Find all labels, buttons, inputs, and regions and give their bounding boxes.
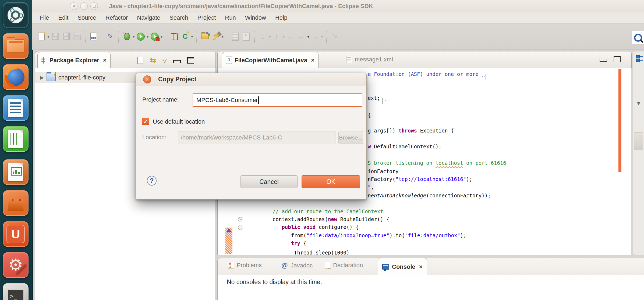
menu-item-refactor[interactable]: Refactor	[101, 13, 132, 22]
close-tab-icon[interactable]: ×	[311, 57, 314, 64]
menu-item-navigate[interactable]: Navigate	[132, 13, 165, 22]
save-all-icon[interactable]	[62, 32, 71, 41]
menu-item-search[interactable]: Search	[165, 13, 193, 22]
tab-filecopierwithcamel-java[interactable]: FileCopierWithCamel.java ×	[222, 52, 319, 68]
debug-dropdown-icon[interactable]: ▾	[133, 34, 135, 39]
menu-item-help[interactable]: Help	[271, 13, 292, 22]
tree-item-project[interactable]: ▶ chapter1-file-copy	[40, 74, 105, 81]
previous-annotation-icon[interactable]: ↑	[272, 32, 281, 41]
files-icon[interactable]	[3, 33, 29, 59]
java-file-icon	[226, 57, 232, 64]
forward-icon[interactable]: →	[311, 32, 320, 41]
debug-icon[interactable]: ✦	[122, 32, 132, 41]
libreoffice-impress-icon[interactable]	[3, 159, 29, 185]
close-view-icon[interactable]: ×	[103, 57, 107, 64]
java-search-dropdown-icon[interactable]: ▾	[222, 34, 224, 39]
new-wizard-dropdown-icon[interactable]: ▾	[47, 34, 49, 39]
save-icon[interactable]	[51, 32, 60, 41]
open-type-icon[interactable]	[200, 32, 210, 41]
java-search-icon[interactable]	[211, 32, 220, 41]
console-tab-problems[interactable]: Problems	[228, 262, 262, 269]
menu-item-project[interactable]: Project	[193, 13, 220, 22]
back-dropdown-icon[interactable]: ▾	[307, 34, 309, 39]
firefox-icon[interactable]	[3, 64, 29, 90]
back-icon[interactable]: ←	[297, 32, 306, 41]
console-tab-javadoc[interactable]: @Javadoc	[281, 262, 313, 269]
run-external-dropdown-icon[interactable]: ▾	[161, 34, 163, 39]
location-label: Location:	[142, 134, 166, 141]
new-class-dropdown-icon[interactable]: ▾	[191, 34, 193, 39]
forward-dropdown-icon[interactable]: ▾	[321, 34, 323, 39]
cancel-button[interactable]: Cancel	[240, 175, 298, 188]
libreoffice-writer-icon[interactable]	[3, 95, 29, 121]
dialog-close-icon[interactable]: ✕	[143, 75, 151, 83]
pin-editor-icon[interactable]: ✎	[330, 32, 339, 41]
dialog-titlebar[interactable]: ✕ Copy Project	[136, 73, 366, 86]
console-tab-console[interactable]: Console×	[378, 258, 427, 275]
use-default-location-checkbox[interactable]: ✓	[142, 118, 149, 125]
window-close-button[interactable]: ×	[70, 2, 77, 10]
link-with-editor-icon[interactable]: ⇆	[150, 56, 156, 65]
ubuntu-one-icon[interactable]: U	[3, 221, 29, 247]
menu-item-window[interactable]: Window	[240, 13, 271, 22]
strip-dropdown-icon[interactable]: ▼	[636, 100, 642, 107]
editor-overview-ruler[interactable]	[618, 69, 621, 172]
text-cursor	[258, 96, 259, 104]
new-wizard-icon[interactable]: ✦	[37, 32, 46, 41]
run-external-icon[interactable]	[150, 32, 159, 41]
code-line: context.addRoutes(new RouteBuilder() {	[273, 216, 390, 223]
expand-arrow-icon[interactable]: ▶	[40, 75, 44, 81]
help-button[interactable]: ?	[147, 176, 157, 186]
xml-file-icon	[346, 56, 352, 63]
next-annotation-dropdown-icon[interactable]: ▾	[269, 34, 271, 39]
project-name-label: Project name:	[142, 96, 179, 103]
minimize-view-icon[interactable]	[173, 60, 181, 63]
toolbar-search-box[interactable]	[632, 31, 644, 45]
terminal-icon[interactable]: >_	[3, 283, 29, 300]
libreoffice-calc-icon[interactable]	[3, 126, 29, 152]
mark-occurrences-icon[interactable]: ✎	[106, 32, 115, 41]
ubuntu-dash-icon[interactable]	[3, 2, 29, 28]
print-icon[interactable]	[72, 32, 82, 41]
maximize-view-icon[interactable]	[187, 57, 194, 64]
project-name-input[interactable]: MPCS-Lab6-Consumer	[193, 93, 362, 107]
show-source-icon[interactable]	[231, 32, 240, 41]
fold-collapse-icon[interactable]: −	[238, 225, 243, 230]
binary-file-icon[interactable]: 010	[89, 32, 98, 41]
run-dropdown-icon[interactable]: ▾	[147, 34, 149, 39]
tab-message1-xml[interactable]: message1.xml	[346, 56, 393, 63]
collapse-all-icon[interactable]	[137, 57, 143, 64]
tab-package-explorer[interactable]: Package Explorer ×	[37, 52, 111, 68]
tree-item-label: chapter1-file-copy	[58, 74, 105, 81]
software-center-icon[interactable]	[3, 190, 29, 216]
new-class-icon[interactable]: C✦	[181, 32, 190, 41]
window-minimize-button[interactable]: −	[80, 2, 88, 10]
window-titlebar: × − □ Java - chapter1-file-copy/src/main…	[32, 0, 644, 12]
menu-item-file[interactable]: File	[35, 13, 54, 22]
last-edit-location-icon[interactable]: ←	[286, 32, 295, 41]
next-annotation-icon[interactable]: ↓	[258, 32, 267, 41]
window-maximize-button[interactable]: □	[90, 2, 98, 10]
new-java-project-icon[interactable]: ✦	[170, 32, 179, 41]
system-settings-icon[interactable]: ⚙	[3, 252, 29, 278]
menu-item-run[interactable]: Run	[220, 13, 240, 22]
menu-item-edit[interactable]: Edit	[54, 13, 73, 22]
format-icon[interactable]: ¶	[242, 32, 251, 41]
gutter-triangle-icon	[226, 228, 232, 232]
maximize-editor-icon[interactable]	[614, 56, 621, 62]
fold-collapse-icon[interactable]: −	[238, 217, 243, 222]
view-menu-icon[interactable]: ▽	[162, 57, 167, 64]
code-line: ext;..	[368, 95, 387, 104]
folded-region-icon: ..	[382, 98, 387, 104]
menu-item-source[interactable]: Source	[73, 13, 101, 22]
previous-annotation-dropdown-icon[interactable]: ▾	[283, 34, 285, 39]
close-view-icon[interactable]: ×	[419, 263, 423, 270]
strip-scrollbar-thumb[interactable]	[634, 132, 643, 150]
code-line: public void configure() {	[273, 224, 359, 231]
console-tab-declaration[interactable]: Declaration	[325, 262, 363, 269]
run-icon[interactable]	[136, 32, 145, 41]
ok-button[interactable]: OK	[302, 175, 360, 188]
minimize-editor-icon[interactable]	[600, 59, 607, 62]
browse-button[interactable]: Browse...	[338, 131, 363, 144]
outline-view-icon[interactable]	[636, 55, 643, 62]
